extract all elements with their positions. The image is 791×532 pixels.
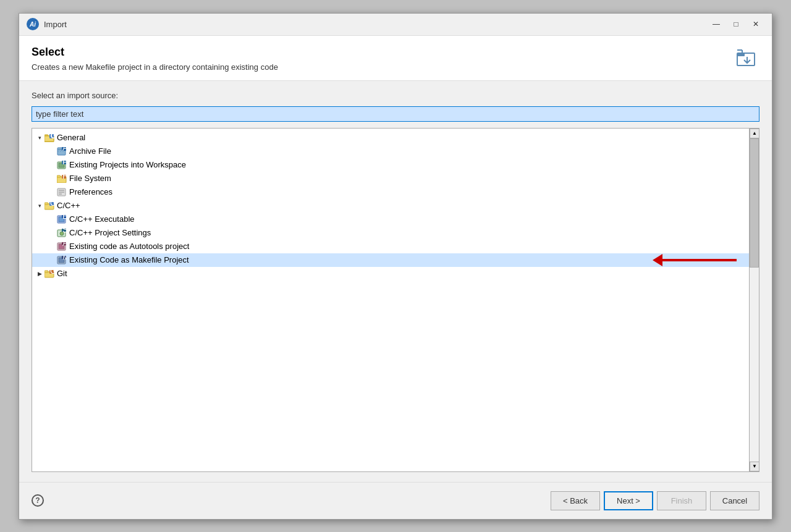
makefile-icon: M	[57, 255, 67, 265]
tree-item-file-system[interactable]: F File System	[32, 172, 749, 185]
svg-text:A: A	[62, 242, 67, 248]
window-title: Import	[44, 20, 67, 29]
dialog-description: Creates a new Makefile project in a dire…	[32, 62, 735, 72]
tree-item-makefile[interactable]: M Existing Code as Makefile Project	[32, 253, 749, 267]
cpp-executable-label: C/C++ Executable	[69, 214, 135, 224]
autotools-label: Existing code as Autotools project	[69, 242, 189, 251]
expand-arrow-git: ▶	[35, 269, 44, 279]
folder-icon-general: G	[44, 133, 54, 143]
expand-arrow-cpp: ▾	[35, 201, 44, 211]
scroll-down-button[interactable]: ▼	[750, 462, 759, 471]
title-bar: Ai Import — □ ✕	[19, 14, 772, 36]
svg-text:P: P	[62, 161, 67, 166]
import-icon	[736, 47, 758, 69]
svg-text:C: C	[50, 201, 54, 208]
tree-item-archive-file[interactable]: A Archive File	[32, 145, 749, 158]
git-label: Git	[57, 269, 67, 278]
help-button[interactable]: ?	[32, 494, 44, 507]
svg-text:G: G	[51, 133, 55, 140]
source-label: Select an import source:	[32, 91, 759, 100]
maximize-button[interactable]: □	[727, 17, 745, 32]
svg-rect-20	[57, 175, 61, 177]
svg-rect-1	[737, 53, 745, 56]
close-button[interactable]: ✕	[747, 17, 764, 32]
filter-input[interactable]	[32, 106, 759, 122]
svg-text:F: F	[62, 174, 67, 180]
preferences-label: Preferences	[69, 187, 112, 196]
preferences-icon	[57, 187, 67, 197]
cpp-group-label: C/C++	[57, 201, 80, 210]
title-bar-controls: — □ ✕	[708, 17, 764, 32]
svg-text:A: A	[62, 147, 67, 153]
svg-rect-28	[44, 203, 48, 205]
header-left: Select Creates a new Makefile project in…	[32, 46, 735, 72]
archive-file-label: Archive File	[69, 146, 111, 156]
tree-item-cpp-executable[interactable]: E C/C++ Executable	[32, 213, 749, 226]
existing-projects-label: Existing Projects into Workspace	[69, 160, 186, 169]
header-icon-area	[735, 46, 759, 70]
cancel-button[interactable]: Cancel	[710, 491, 759, 510]
app-icon: Ai	[27, 18, 39, 30]
cpp-settings-icon: S	[57, 228, 67, 238]
tree-item-autotools[interactable]: A Existing code as Autotools project	[32, 240, 749, 253]
tree-item-git-group[interactable]: ▶ G Git	[32, 267, 749, 281]
tree-item-cpp-settings[interactable]: S C/C++ Project Settings	[32, 226, 749, 240]
expand-arrow-general: ▾	[35, 133, 44, 143]
tree-item-cpp-group[interactable]: ▾ C C/C++	[32, 199, 749, 213]
scrollbar-thumb[interactable]	[750, 138, 759, 268]
makefile-item-row: M Existing Code as Makefile Project	[32, 253, 749, 267]
existing-projects-icon: P	[57, 160, 67, 170]
general-label: General	[57, 133, 85, 142]
finish-button[interactable]: Finish	[657, 491, 706, 510]
dialog-title: Select	[32, 46, 735, 59]
import-dialog: Ai Import — □ ✕ Select Creates a new Mak…	[19, 13, 772, 520]
svg-text:M: M	[62, 256, 67, 261]
filesystem-icon: F	[57, 174, 67, 184]
scrollbar[interactable]: ▲ ▼	[749, 129, 759, 471]
svg-rect-48	[44, 271, 48, 272]
scroll-up-button[interactable]: ▲	[750, 129, 759, 138]
red-arrow-body	[662, 259, 737, 261]
tree-container: ▾ G General	[32, 128, 759, 472]
red-arrow-head	[653, 254, 662, 266]
footer-buttons: < Back Next > Finish Cancel	[551, 491, 759, 510]
makefile-label: Existing Code as Makefile Project	[69, 255, 189, 264]
content-area: Select an import source: ▾ G	[19, 81, 772, 482]
archive-icon: A	[57, 146, 67, 156]
tree-list[interactable]: ▾ G General	[32, 129, 749, 471]
autotools-icon: A	[57, 242, 67, 251]
footer-section: ? < Back Next > Finish Cancel	[19, 482, 772, 519]
file-system-label: File System	[69, 174, 111, 183]
title-bar-left: Ai Import	[27, 18, 67, 30]
folder-icon-cpp: C	[44, 201, 54, 211]
tree-item-general[interactable]: ▾ G General	[32, 131, 749, 145]
scrollbar-track[interactable]	[750, 138, 759, 462]
header-section: Select Creates a new Makefile project in…	[19, 36, 772, 81]
folder-icon-git: G	[44, 269, 54, 279]
cpp-executable-icon: E	[57, 214, 67, 224]
tree-item-existing-projects[interactable]: P Existing Projects into Workspace	[32, 158, 749, 172]
tree-item-preferences[interactable]: Preferences	[32, 185, 749, 199]
svg-text:G: G	[50, 269, 54, 276]
svg-text:E: E	[62, 215, 67, 221]
red-arrow-annotation	[653, 254, 737, 266]
minimize-button[interactable]: —	[708, 17, 725, 32]
cpp-settings-label: C/C++ Project Settings	[69, 228, 151, 237]
next-button[interactable]: Next >	[604, 491, 653, 510]
svg-text:S: S	[62, 229, 67, 234]
back-button[interactable]: < Back	[551, 491, 600, 510]
